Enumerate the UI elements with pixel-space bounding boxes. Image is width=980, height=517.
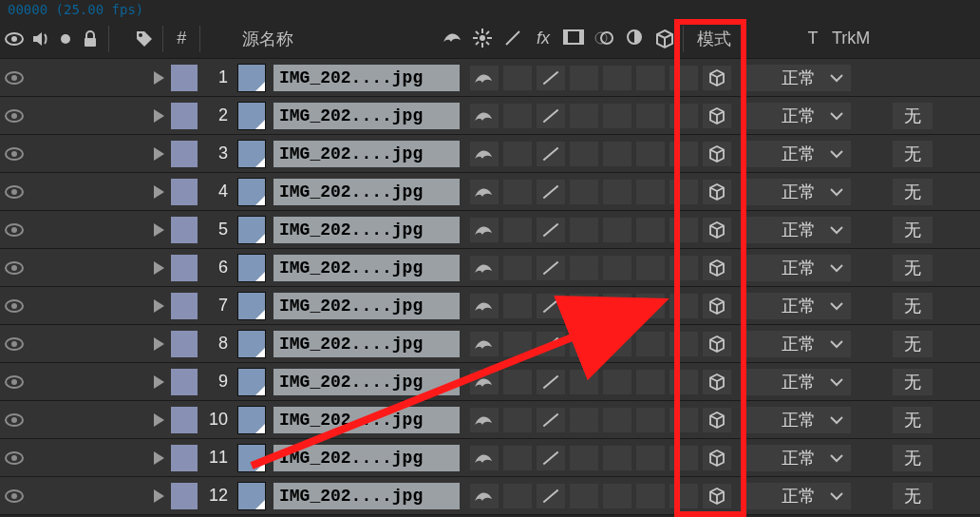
- layer-label-color[interactable]: [171, 65, 198, 91]
- motionblur-switch[interactable]: [633, 180, 667, 204]
- visibility-toggle[interactable]: [0, 374, 28, 390]
- fx-switch[interactable]: [567, 142, 600, 166]
- 3d-switch[interactable]: [700, 218, 733, 242]
- layer-row[interactable]: 10 IMG_202....jpg 正常 无: [0, 401, 980, 439]
- layer-row[interactable]: 1 IMG_202....jpg 正常: [0, 59, 980, 97]
- mode-header[interactable]: 模式: [689, 28, 794, 50]
- layer-label-color[interactable]: [171, 331, 198, 357]
- trkmat-dropdown[interactable]: 无: [893, 369, 933, 395]
- blend-mode-dropdown[interactable]: 正常: [746, 255, 851, 281]
- frameblend-switch[interactable]: [600, 484, 633, 508]
- label-header-icon[interactable]: [132, 29, 157, 48]
- layer-source-name[interactable]: IMG_202....jpg: [273, 331, 460, 357]
- collapse-switch[interactable]: [500, 142, 534, 166]
- shy-switch[interactable]: [467, 332, 500, 356]
- blend-mode-dropdown[interactable]: 正常: [746, 369, 851, 395]
- quality-switch[interactable]: [534, 446, 567, 470]
- shy-switch[interactable]: [467, 104, 500, 128]
- adjustment-switch[interactable]: [667, 446, 700, 470]
- twirl-open[interactable]: [125, 413, 171, 427]
- collapse-switch[interactable]: [500, 104, 534, 128]
- quality-switch[interactable]: [534, 408, 567, 432]
- layer-source-name[interactable]: IMG_202....jpg: [273, 369, 460, 395]
- layer-source-name[interactable]: IMG_202....jpg: [273, 445, 460, 471]
- shy-header-icon[interactable]: [440, 29, 464, 49]
- quality-switch[interactable]: [534, 256, 567, 280]
- layer-row[interactable]: 11 IMG_202....jpg 正常 无: [0, 439, 980, 477]
- frameblend-switch[interactable]: [600, 332, 633, 356]
- motionblur-switch[interactable]: [633, 332, 667, 356]
- 3d-switch[interactable]: [700, 256, 733, 280]
- layer-label-color[interactable]: [171, 141, 198, 167]
- motionblur-switch[interactable]: [633, 370, 667, 394]
- visibility-toggle[interactable]: [0, 488, 28, 504]
- visibility-toggle[interactable]: [0, 222, 28, 238]
- quality-switch[interactable]: [534, 484, 567, 508]
- 3d-header-icon[interactable]: [652, 29, 677, 49]
- layer-label-color[interactable]: [171, 103, 198, 129]
- collapse-switch[interactable]: [500, 256, 534, 280]
- adjustment-switch[interactable]: [667, 66, 700, 90]
- twirl-open[interactable]: [125, 375, 171, 389]
- frameblend-switch[interactable]: [600, 256, 633, 280]
- visibility-toggle[interactable]: [0, 412, 28, 428]
- visibility-toggle[interactable]: [0, 70, 28, 86]
- motionblur-switch[interactable]: [633, 142, 667, 166]
- 3d-switch[interactable]: [700, 104, 733, 128]
- shy-switch[interactable]: [467, 408, 500, 432]
- adjustment-switch[interactable]: [667, 218, 700, 242]
- layer-label-color[interactable]: [171, 407, 198, 433]
- trkmat-dropdown[interactable]: 无: [893, 293, 933, 319]
- adjustment-switch[interactable]: [667, 294, 700, 318]
- layer-label-color[interactable]: [171, 179, 198, 205]
- trkmat-dropdown[interactable]: 无: [893, 445, 933, 471]
- collapse-header-icon[interactable]: [470, 29, 495, 49]
- shy-switch[interactable]: [467, 256, 500, 280]
- adjustment-switch[interactable]: [667, 484, 700, 508]
- layer-label-color[interactable]: [171, 369, 198, 395]
- audio-header-icon[interactable]: [28, 30, 53, 48]
- fx-switch[interactable]: [567, 484, 600, 508]
- collapse-switch[interactable]: [500, 180, 534, 204]
- collapse-switch[interactable]: [500, 294, 534, 318]
- adjustment-switch[interactable]: [667, 256, 700, 280]
- visibility-toggle[interactable]: [0, 184, 28, 200]
- shy-switch[interactable]: [467, 66, 500, 90]
- collapse-switch[interactable]: [500, 218, 534, 242]
- visibility-toggle[interactable]: [0, 298, 28, 314]
- layer-row[interactable]: 5 IMG_202....jpg 正常 无: [0, 211, 980, 249]
- motionblur-switch[interactable]: [633, 104, 667, 128]
- fx-switch[interactable]: [567, 294, 600, 318]
- shy-switch[interactable]: [467, 370, 500, 394]
- trkmat-dropdown[interactable]: 无: [893, 179, 933, 205]
- blend-mode-dropdown[interactable]: 正常: [746, 141, 851, 167]
- layer-row[interactable]: 4 IMG_202....jpg 正常 无: [0, 173, 980, 211]
- layer-row[interactable]: 6 IMG_202....jpg 正常 无: [0, 249, 980, 287]
- trkmat-dropdown[interactable]: 无: [893, 103, 933, 129]
- blend-mode-dropdown[interactable]: 正常: [746, 407, 851, 433]
- shy-switch[interactable]: [467, 484, 500, 508]
- visibility-toggle[interactable]: [0, 336, 28, 352]
- shy-switch[interactable]: [467, 294, 500, 318]
- frameblend-switch[interactable]: [600, 446, 633, 470]
- quality-switch[interactable]: [534, 332, 567, 356]
- layer-label-color[interactable]: [171, 217, 198, 243]
- layer-source-name[interactable]: IMG_202....jpg: [273, 65, 460, 91]
- quality-switch[interactable]: [534, 294, 567, 318]
- layer-label-color[interactable]: [171, 483, 198, 509]
- collapse-switch[interactable]: [500, 484, 534, 508]
- motionblur-switch[interactable]: [633, 408, 667, 432]
- frameblend-switch[interactable]: [600, 142, 633, 166]
- twirl-open[interactable]: [125, 223, 171, 237]
- 3d-switch[interactable]: [700, 332, 733, 356]
- visibility-toggle[interactable]: [0, 108, 28, 124]
- twirl-open[interactable]: [125, 451, 171, 465]
- blend-mode-dropdown[interactable]: 正常: [746, 65, 851, 91]
- layer-source-name[interactable]: IMG_202....jpg: [273, 179, 460, 205]
- quality-header-icon[interactable]: [500, 29, 525, 49]
- fx-header-icon[interactable]: fx: [531, 29, 556, 49]
- frameblend-switch[interactable]: [600, 104, 633, 128]
- twirl-open[interactable]: [125, 337, 171, 351]
- trkmat-header[interactable]: TrkM: [832, 29, 874, 48]
- trkmat-dropdown[interactable]: 无: [893, 217, 933, 243]
